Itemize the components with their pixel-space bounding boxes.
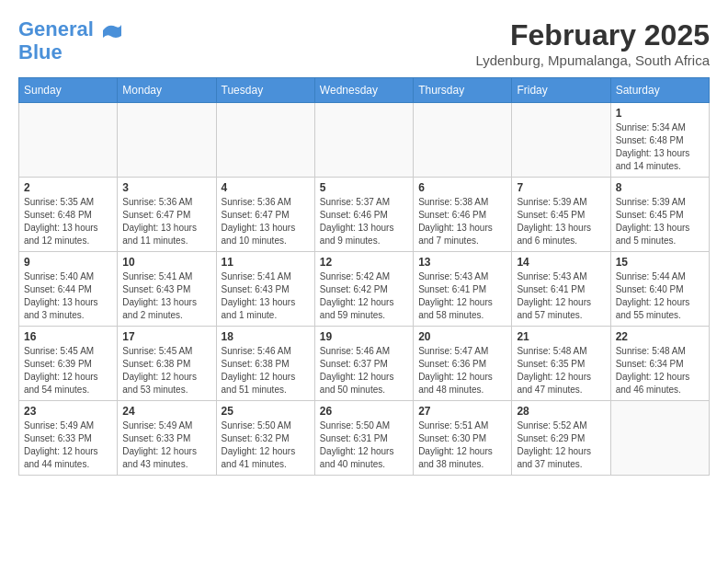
day-info: Sunrise: 5:52 AM Sunset: 6:29 PM Dayligh… <box>517 419 605 471</box>
day-info: Sunrise: 5:35 AM Sunset: 6:48 PM Dayligh… <box>24 196 112 247</box>
day-number: 6 <box>418 181 506 194</box>
day-number: 18 <box>222 330 310 343</box>
calendar-table: SundayMondayTuesdayWednesdayThursdayFrid… <box>18 77 710 476</box>
calendar-cell: 27Sunrise: 5:51 AM Sunset: 6:30 PM Dayli… <box>414 401 512 476</box>
calendar-cell: 4Sunrise: 5:36 AM Sunset: 6:47 PM Daylig… <box>216 178 314 252</box>
calendar-cell <box>19 103 118 178</box>
day-number: 11 <box>222 256 310 269</box>
day-number: 2 <box>24 181 112 194</box>
calendar-cell <box>118 103 216 178</box>
day-number: 28 <box>517 405 605 418</box>
calendar-week-row: 23Sunrise: 5:49 AM Sunset: 6:33 PM Dayli… <box>19 401 710 476</box>
day-info: Sunrise: 5:42 AM Sunset: 6:42 PM Dayligh… <box>320 270 408 322</box>
calendar-header: General Blue February 2025 Lydenburg, Mp… <box>18 18 710 68</box>
day-number: 15 <box>616 256 704 269</box>
calendar-cell: 14Sunrise: 5:43 AM Sunset: 6:41 PM Dayli… <box>512 252 610 327</box>
day-info: Sunrise: 5:46 AM Sunset: 6:38 PM Dayligh… <box>222 345 310 396</box>
weekday-header: Thursday <box>414 78 512 103</box>
calendar-cell: 25Sunrise: 5:50 AM Sunset: 6:32 PM Dayli… <box>216 401 314 476</box>
day-info: Sunrise: 5:48 AM Sunset: 6:35 PM Dayligh… <box>517 345 605 396</box>
logo-general: General <box>18 17 94 40</box>
day-number: 8 <box>616 181 704 194</box>
day-number: 24 <box>122 405 210 418</box>
day-info: Sunrise: 5:45 AM Sunset: 6:38 PM Dayligh… <box>122 345 210 396</box>
calendar-cell: 5Sunrise: 5:37 AM Sunset: 6:46 PM Daylig… <box>314 178 413 252</box>
day-info: Sunrise: 5:41 AM Sunset: 6:43 PM Dayligh… <box>122 270 210 322</box>
calendar-cell: 15Sunrise: 5:44 AM Sunset: 6:40 PM Dayli… <box>610 252 709 327</box>
day-info: Sunrise: 5:40 AM Sunset: 6:44 PM Dayligh… <box>24 270 112 322</box>
day-info: Sunrise: 5:41 AM Sunset: 6:43 PM Dayligh… <box>222 270 310 322</box>
calendar-cell: 7Sunrise: 5:39 AM Sunset: 6:45 PM Daylig… <box>512 178 610 252</box>
logo-text: General Blue <box>18 18 123 63</box>
day-number: 14 <box>517 256 605 269</box>
day-number: 19 <box>320 330 408 343</box>
day-number: 20 <box>418 330 506 343</box>
day-info: Sunrise: 5:44 AM Sunset: 6:40 PM Dayligh… <box>616 270 704 322</box>
calendar-cell: 13Sunrise: 5:43 AM Sunset: 6:41 PM Dayli… <box>414 252 512 327</box>
day-info: Sunrise: 5:43 AM Sunset: 6:41 PM Dayligh… <box>418 270 506 322</box>
day-number: 26 <box>320 405 408 418</box>
weekday-header: Friday <box>512 78 610 103</box>
day-info: Sunrise: 5:51 AM Sunset: 6:30 PM Dayligh… <box>418 419 506 471</box>
calendar-cell <box>512 103 610 178</box>
day-number: 16 <box>24 330 112 343</box>
day-number: 12 <box>320 256 408 269</box>
logo: General Blue <box>18 18 123 63</box>
day-info: Sunrise: 5:39 AM Sunset: 6:45 PM Dayligh… <box>517 196 605 247</box>
calendar-cell: 20Sunrise: 5:47 AM Sunset: 6:36 PM Dayli… <box>414 327 512 401</box>
day-info: Sunrise: 5:45 AM Sunset: 6:39 PM Dayligh… <box>24 345 112 396</box>
month-title: February 2025 <box>475 18 710 52</box>
day-info: Sunrise: 5:38 AM Sunset: 6:46 PM Dayligh… <box>418 196 506 247</box>
day-number: 1 <box>616 107 704 120</box>
day-number: 5 <box>320 181 408 194</box>
calendar-week-row: 16Sunrise: 5:45 AM Sunset: 6:39 PM Dayli… <box>19 327 710 401</box>
calendar-cell: 28Sunrise: 5:52 AM Sunset: 6:29 PM Dayli… <box>512 401 610 476</box>
day-info: Sunrise: 5:46 AM Sunset: 6:37 PM Dayligh… <box>320 345 408 396</box>
day-number: 3 <box>122 181 210 194</box>
day-info: Sunrise: 5:37 AM Sunset: 6:46 PM Dayligh… <box>320 196 408 247</box>
day-number: 4 <box>222 181 310 194</box>
day-info: Sunrise: 5:49 AM Sunset: 6:33 PM Dayligh… <box>24 419 112 471</box>
day-info: Sunrise: 5:47 AM Sunset: 6:36 PM Dayligh… <box>418 345 506 396</box>
calendar-cell <box>216 103 314 178</box>
calendar-cell <box>314 103 413 178</box>
calendar-cell <box>414 103 512 178</box>
weekday-header: Saturday <box>610 78 709 103</box>
calendar-cell: 8Sunrise: 5:39 AM Sunset: 6:45 PM Daylig… <box>610 178 709 252</box>
calendar-week-row: 9Sunrise: 5:40 AM Sunset: 6:44 PM Daylig… <box>19 252 710 327</box>
day-info: Sunrise: 5:49 AM Sunset: 6:33 PM Dayligh… <box>122 419 210 471</box>
calendar-cell: 9Sunrise: 5:40 AM Sunset: 6:44 PM Daylig… <box>19 252 118 327</box>
calendar-cell: 11Sunrise: 5:41 AM Sunset: 6:43 PM Dayli… <box>216 252 314 327</box>
calendar-cell: 19Sunrise: 5:46 AM Sunset: 6:37 PM Dayli… <box>314 327 413 401</box>
day-info: Sunrise: 5:43 AM Sunset: 6:41 PM Dayligh… <box>517 270 605 322</box>
day-info: Sunrise: 5:34 AM Sunset: 6:48 PM Dayligh… <box>616 121 704 173</box>
calendar-cell <box>610 401 709 476</box>
title-block: February 2025 Lydenburg, Mpumalanga, Sou… <box>475 18 710 68</box>
weekday-header-row: SundayMondayTuesdayWednesdayThursdayFrid… <box>19 78 710 103</box>
day-info: Sunrise: 5:50 AM Sunset: 6:31 PM Dayligh… <box>320 419 408 471</box>
calendar-week-row: 2Sunrise: 5:35 AM Sunset: 6:48 PM Daylig… <box>19 178 710 252</box>
calendar-cell: 18Sunrise: 5:46 AM Sunset: 6:38 PM Dayli… <box>216 327 314 401</box>
day-number: 7 <box>517 181 605 194</box>
weekday-header: Sunday <box>19 78 118 103</box>
day-number: 10 <box>122 256 210 269</box>
calendar-cell: 23Sunrise: 5:49 AM Sunset: 6:33 PM Dayli… <box>19 401 118 476</box>
weekday-header: Tuesday <box>216 78 314 103</box>
calendar-cell: 6Sunrise: 5:38 AM Sunset: 6:46 PM Daylig… <box>414 178 512 252</box>
calendar-week-row: 1Sunrise: 5:34 AM Sunset: 6:48 PM Daylig… <box>19 103 710 178</box>
day-number: 27 <box>418 405 506 418</box>
day-info: Sunrise: 5:50 AM Sunset: 6:32 PM Dayligh… <box>222 419 310 471</box>
day-number: 23 <box>24 405 112 418</box>
weekday-header: Monday <box>118 78 216 103</box>
calendar-cell: 10Sunrise: 5:41 AM Sunset: 6:43 PM Dayli… <box>118 252 216 327</box>
calendar-cell: 24Sunrise: 5:49 AM Sunset: 6:33 PM Dayli… <box>118 401 216 476</box>
day-info: Sunrise: 5:36 AM Sunset: 6:47 PM Dayligh… <box>122 196 210 247</box>
calendar-cell: 22Sunrise: 5:48 AM Sunset: 6:34 PM Dayli… <box>610 327 709 401</box>
calendar-cell: 1Sunrise: 5:34 AM Sunset: 6:48 PM Daylig… <box>610 103 709 178</box>
calendar-cell: 26Sunrise: 5:50 AM Sunset: 6:31 PM Dayli… <box>314 401 413 476</box>
calendar-cell: 17Sunrise: 5:45 AM Sunset: 6:38 PM Dayli… <box>118 327 216 401</box>
calendar-cell: 3Sunrise: 5:36 AM Sunset: 6:47 PM Daylig… <box>118 178 216 252</box>
weekday-header: Wednesday <box>314 78 413 103</box>
day-number: 25 <box>222 405 310 418</box>
day-number: 17 <box>122 330 210 343</box>
